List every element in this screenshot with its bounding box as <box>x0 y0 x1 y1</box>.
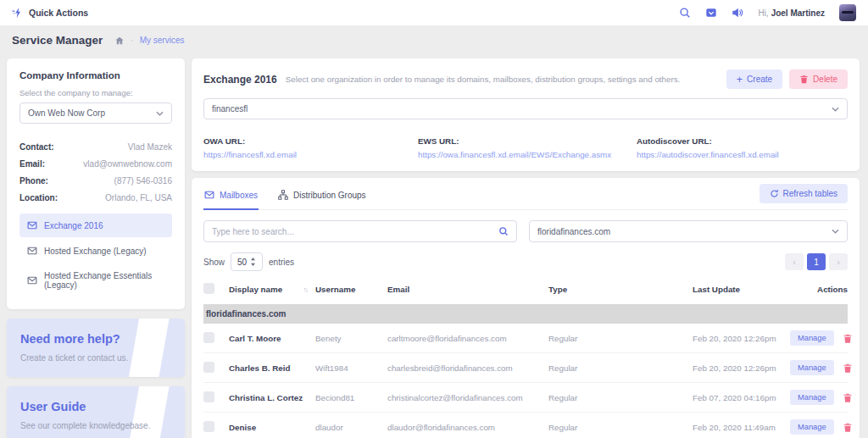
breadcrumb-my-services[interactable]: My services <box>140 36 185 45</box>
breadcrumb: Service Manager · My services <box>0 25 868 53</box>
page-title: Service Manager <box>12 34 103 47</box>
service-item-label: Exchange 2016 <box>44 221 103 230</box>
manage-button[interactable]: Manage <box>790 419 834 435</box>
manage-button[interactable]: Manage <box>790 390 834 405</box>
sidebar-item-exchange-2016[interactable]: Exchange 2016 <box>19 213 172 237</box>
navbar-actions: Hi,Joel Martinez <box>679 4 856 21</box>
organization-select[interactable]: financesfl <box>203 98 848 119</box>
cell-email: christinalcortez@floridafinances.com <box>387 393 548 402</box>
contact-details: Contact: Vlad Mazek Email: vlad@ownwebno… <box>19 142 172 202</box>
column-display-name: Display name <box>229 285 282 294</box>
sort-icon[interactable]: ↑↓ <box>303 286 309 294</box>
owa-url-block: OWA URL: https://financesfl.xd.email <box>203 136 418 159</box>
delete-row-button[interactable] <box>843 333 853 344</box>
sidebar: Company Information Select the company t… <box>7 58 185 438</box>
help-card[interactable]: Need more help? Create a ticket or conta… <box>7 319 185 377</box>
delete-row-button[interactable] <box>843 363 853 374</box>
table-row: Denise dlaudor dlaudor@floridafinances.c… <box>203 413 848 438</box>
entries-per-page-value: 50 <box>237 258 247 267</box>
service-item-label: Hosted Exchange Essentials (Legacy) <box>44 271 164 290</box>
select-all-checkbox[interactable] <box>203 283 214 294</box>
exchange-header-row: Exchange 2016 Select one organization in… <box>203 69 848 89</box>
exchange-header-card: Exchange 2016 Select one organization in… <box>192 58 860 171</box>
create-button[interactable]: + Create <box>726 69 782 89</box>
contact-label: Phone: <box>19 176 48 186</box>
refresh-tables-button[interactable]: Refresh tables <box>760 184 848 203</box>
pagination-prev[interactable]: ‹ <box>785 253 804 270</box>
cell-email: dlaudor@floridafinances.com <box>387 423 548 432</box>
service-list: Exchange 2016 Hosted Exchange (Legacy) H… <box>19 213 172 297</box>
cell-username: Benety <box>315 334 387 343</box>
search-box <box>203 220 517 242</box>
exchange-description: Select one organization in order to mana… <box>286 75 720 84</box>
spinner-icon <box>250 258 256 266</box>
user-name: Joel Martinez <box>771 8 825 18</box>
column-type: Type <box>548 285 693 294</box>
column-last-update: Last Update <box>693 285 790 294</box>
refresh-icon <box>770 189 779 198</box>
table-controls: floridafinances.com <box>203 220 848 242</box>
breadcrumb-separator: · <box>131 36 133 45</box>
sidebar-item-hosted-exchange-essentials-legacy[interactable]: Hosted Exchange Essentials (Legacy) <box>19 264 172 297</box>
cell-type: Regular <box>548 423 693 432</box>
manage-button[interactable]: Manage <box>790 360 834 375</box>
autodiscover-url-block: Autodiscover URL: https://autodiscover.f… <box>637 136 848 159</box>
trash-icon <box>843 333 853 344</box>
search-icon[interactable] <box>498 226 509 236</box>
sidebar-item-hosted-exchange-legacy[interactable]: Hosted Exchange (Legacy) <box>19 239 172 263</box>
autodiscover-url-link[interactable]: https://autodiscover.financesfl.xd.email <box>637 150 848 159</box>
column-email: Email <box>387 285 548 294</box>
company-select[interactable]: Own Web Now Corp <box>19 103 172 124</box>
ews-url-link[interactable]: https://owa.financesfl.xd.email/EWS/Exch… <box>418 150 637 159</box>
company-select-value: Own Web Now Corp <box>28 108 105 118</box>
cell-username: dlaudor <box>315 423 387 432</box>
cell-type: Regular <box>548 334 693 343</box>
home-icon[interactable] <box>114 36 125 46</box>
user-guide-card[interactable]: User Guide See our complete knowledgebas… <box>7 386 185 438</box>
entries-per-page-select[interactable]: 50 <box>231 252 263 271</box>
company-select-label: Select the company to manage: <box>19 88 172 97</box>
delete-row-button[interactable] <box>843 392 853 403</box>
ews-url-block: EWS URL: https://owa.financesfl.xd.email… <box>418 136 637 159</box>
delete-row-button[interactable] <box>843 422 853 433</box>
contact-value: Vlad Mazek <box>128 142 172 152</box>
pagination-page-1[interactable]: 1 <box>807 253 826 270</box>
cell-last-update: Feb 20, 2020 12:26pm <box>693 363 790 373</box>
user-greeting[interactable]: Hi,Joel Martinez <box>758 8 825 18</box>
chevron-down-icon <box>156 111 164 116</box>
user-avatar[interactable] <box>839 4 856 21</box>
mail-icon <box>204 190 214 200</box>
cell-display-name: Christina L. Cortez <box>229 393 315 402</box>
delete-button-label: Delete <box>813 75 837 84</box>
pagination-next[interactable]: › <box>829 253 848 270</box>
quick-actions-button[interactable]: Quick Actions <box>12 7 88 19</box>
search-icon[interactable] <box>679 7 691 19</box>
inbox-icon[interactable] <box>705 7 717 19</box>
row-checkbox[interactable] <box>203 362 214 373</box>
cell-display-name: Charles B. Reid <box>229 363 315 373</box>
contact-value: (877) 546-0316 <box>114 176 172 186</box>
table-row: Christina L. Cortez Beciond81 christinal… <box>203 383 848 413</box>
entries-row: Show 50 entries ‹ 1 › <box>203 252 848 271</box>
search-input[interactable] <box>212 227 498 236</box>
owa-url-link[interactable]: https://financesfl.xd.email <box>203 150 418 159</box>
content-area: Company Information Select the company t… <box>0 53 868 438</box>
tab-mailboxes-label: Mailboxes <box>220 191 258 200</box>
trash-icon <box>799 75 809 84</box>
pagination: ‹ 1 › <box>785 253 848 270</box>
tab-distribution-groups[interactable]: Distribution Groups <box>277 184 367 210</box>
exchange-title: Exchange 2016 <box>203 74 277 86</box>
contact-row: Location: Orlando, FL, USA <box>19 193 172 202</box>
cell-last-update: Feb 07, 2020 04:16pm <box>693 393 790 402</box>
manage-button[interactable]: Manage <box>790 330 834 346</box>
row-checkbox[interactable] <box>203 391 214 402</box>
cell-username: Wift1984 <box>315 363 387 373</box>
tab-mailboxes[interactable]: Mailboxes <box>203 184 259 210</box>
row-checkbox[interactable] <box>203 332 214 343</box>
contact-label: Email: <box>19 159 45 169</box>
contact-row: Phone: (877) 546-0316 <box>19 176 172 186</box>
volume-icon[interactable] <box>732 7 743 19</box>
delete-button[interactable]: Delete <box>789 69 848 89</box>
domain-select[interactable]: floridafinances.com <box>529 220 848 242</box>
row-checkbox[interactable] <box>203 421 214 432</box>
